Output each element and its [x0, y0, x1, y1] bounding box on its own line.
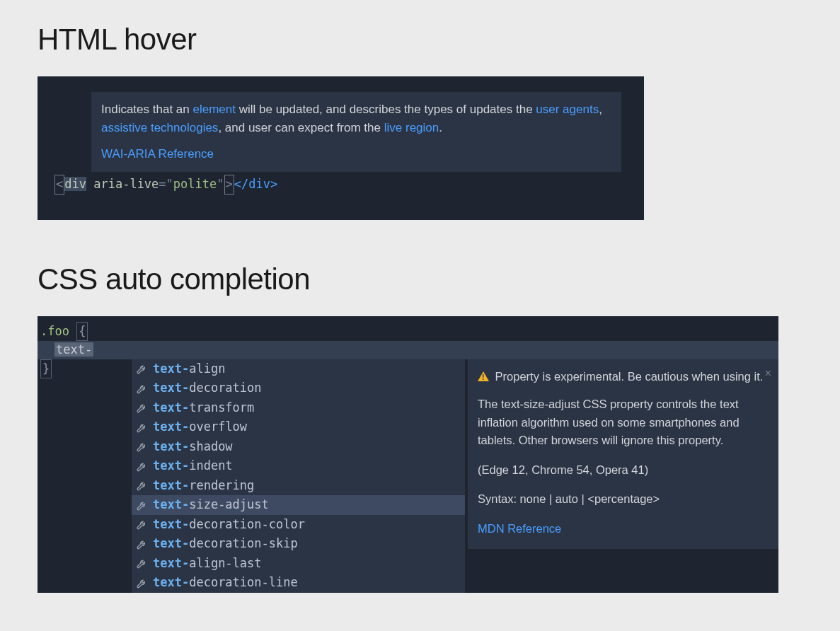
code-string: polite	[173, 177, 217, 191]
doc-description: The text-size-adjust CSS property contro…	[478, 395, 769, 450]
hover-text: ,	[599, 103, 602, 116]
code-line[interactable]: }	[38, 359, 132, 385]
hover-text: Indicates that an	[101, 103, 192, 116]
hover-text: will be updated, and describes the types…	[236, 103, 536, 116]
suggestion-label: text-decoration-color	[153, 516, 305, 534]
code-close-tag: </div>	[234, 177, 277, 191]
warning-icon	[478, 371, 489, 381]
link-live-region[interactable]: live region	[384, 121, 439, 134]
suggestion-item[interactable]: text-decoration	[132, 378, 465, 398]
heading-html-hover: HTML hover	[38, 23, 802, 57]
suggestion-item[interactable]: text-size-adjust	[132, 495, 465, 515]
css-selector: .foo	[40, 324, 69, 338]
wai-aria-reference-link[interactable]: WAI-ARIA Reference	[101, 145, 214, 163]
documentation-panel: × Property is experimental. Be cautious …	[468, 359, 778, 550]
code-eq: =	[159, 177, 166, 191]
suggestion-item[interactable]: text-align	[132, 359, 465, 379]
wrench-icon	[136, 422, 147, 433]
suggestion-list: text-aligntext-decorationtext-transformt…	[132, 359, 465, 593]
suggestion-label: text-decoration-line	[153, 574, 298, 592]
code-attr: aria-live	[93, 177, 159, 191]
hover-tooltip: Indicates that an element will be update…	[91, 92, 621, 172]
link-assistive-tech[interactable]: assistive technologies	[101, 121, 218, 134]
wrench-icon	[136, 441, 147, 452]
suggestion-item[interactable]: text-rendering	[132, 476, 465, 496]
wrench-icon	[136, 363, 147, 374]
close-icon[interactable]: ×	[765, 365, 771, 383]
mdn-reference-link[interactable]: MDN Reference	[478, 522, 561, 535]
warning-text: Property is experimental. Be cautious wh…	[495, 370, 764, 383]
code-quote: "	[217, 177, 224, 191]
hover-text: , and user can expect from the	[218, 121, 384, 134]
suggestion-item[interactable]: text-transform	[132, 398, 465, 418]
code-line[interactable]: .foo {	[38, 316, 778, 342]
link-user-agents[interactable]: user agents	[536, 103, 599, 116]
suggestion-item[interactable]: text-decoration-color	[132, 515, 465, 535]
code-tag: div	[64, 177, 86, 191]
suggestion-label: text-size-adjust	[153, 496, 269, 514]
suggestion-label: text-align	[153, 360, 225, 378]
code-line[interactable]: <div aria-live="polite"></div>	[54, 175, 627, 195]
code-space	[86, 177, 93, 191]
html-hover-panel: Indicates that an element will be update…	[38, 76, 644, 220]
wrench-icon	[136, 402, 147, 413]
suggestion-item[interactable]: text-indent	[132, 456, 465, 476]
code-punct: >	[224, 175, 234, 195]
suggestion-label: text-indent	[153, 457, 233, 475]
wrench-icon	[136, 480, 147, 491]
code-punct: <	[54, 175, 64, 195]
suggestion-label: text-shadow	[153, 438, 233, 456]
heading-css-autocomplete: CSS auto completion	[38, 262, 802, 296]
suggestion-label: text-transform	[153, 399, 254, 417]
wrench-icon	[136, 557, 147, 569]
doc-syntax: Syntax: none | auto | <percentage>	[478, 490, 769, 509]
wrench-icon	[136, 538, 147, 550]
link-element[interactable]: element	[192, 103, 235, 116]
wrench-icon	[136, 577, 147, 589]
wrench-icon	[136, 499, 147, 511]
css-autocomplete-panel: .foo { text- } text-aligntext-decoration…	[38, 316, 778, 593]
wrench-icon	[136, 383, 147, 394]
suggestion-item[interactable]: text-align-last	[132, 554, 465, 574]
wrench-icon	[136, 519, 147, 530]
wrench-icon	[136, 461, 147, 472]
css-brace-open: {	[76, 322, 88, 342]
css-brace-close: }	[40, 359, 52, 379]
doc-support: (Edge 12, Chrome 54, Opera 41)	[478, 461, 769, 480]
suggestion-label: text-decoration-skip	[153, 535, 298, 553]
typed-text: text-	[54, 342, 93, 357]
hover-text: .	[439, 121, 442, 134]
suggestion-item[interactable]: text-shadow	[132, 437, 465, 457]
suggestion-item[interactable]: text-overflow	[132, 417, 465, 437]
suggestion-label: text-rendering	[153, 477, 254, 495]
suggestion-item[interactable]: text-decoration-skip	[132, 534, 465, 554]
suggestion-label: text-overflow	[153, 418, 247, 436]
code-line-active[interactable]: text-	[38, 341, 778, 359]
suggestion-item[interactable]: text-decoration-line	[132, 573, 465, 593]
code-quote: "	[166, 177, 173, 191]
suggestion-label: text-decoration	[153, 379, 262, 398]
suggestion-label: text-align-last	[153, 555, 262, 573]
